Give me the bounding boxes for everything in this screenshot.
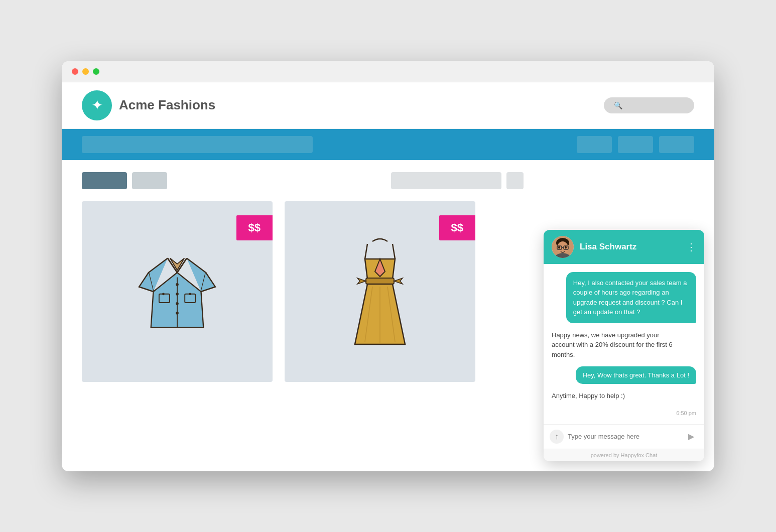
chat-message-3: Hey, Wow thats great. Thanks a Lot ! <box>576 366 696 384</box>
nav-button-1[interactable] <box>577 136 612 153</box>
agent-avatar <box>552 236 574 258</box>
site-title: Acme Fashions <box>119 97 215 113</box>
send-button[interactable]: ▶ <box>684 430 698 444</box>
dress-svg <box>340 234 420 349</box>
logo-icon: ✦ <box>91 97 103 113</box>
header-search[interactable]: 🔍 <box>604 97 694 113</box>
logo-area: ✦ Acme Fashions <box>82 90 215 120</box>
svg-point-20 <box>565 246 567 248</box>
product-card-dress[interactable]: $$ <box>285 201 475 382</box>
filter-btn-light[interactable] <box>132 172 167 189</box>
avatar-svg <box>552 236 574 258</box>
product-card-shirt[interactable]: $$ <box>82 201 273 382</box>
sort-area <box>391 172 524 189</box>
filter-btn-dark[interactable] <box>82 172 127 189</box>
chat-powered-by: powered by Happyfox Chat <box>591 452 658 458</box>
svg-point-4 <box>176 311 179 314</box>
agent-name: Lisa Schwartz <box>580 242 680 252</box>
logo-circle: ✦ <box>82 90 112 120</box>
nav-button-2[interactable] <box>618 136 653 153</box>
nav-buttons <box>577 136 694 153</box>
chat-message-input[interactable] <box>568 433 680 440</box>
shirt-svg <box>130 244 225 339</box>
svg-point-1 <box>176 283 179 286</box>
product-price-shirt: $$ <box>236 215 273 240</box>
chat-message-4: Anytime, Happy to help :) <box>552 391 682 401</box>
chat-message-1: Hey, I also contacted your sales team a … <box>566 272 696 323</box>
chat-message-2: Happy news, we have upgraded your accoun… <box>552 330 682 360</box>
site-header: ✦ Acme Fashions 🔍 <box>62 82 714 129</box>
product-price-dress: $$ <box>439 215 475 240</box>
dot-green[interactable] <box>93 68 99 75</box>
title-bar <box>62 61 714 82</box>
chat-input-area: ↑ ▶ <box>544 424 704 449</box>
svg-point-19 <box>558 246 560 248</box>
scroll-up-button[interactable]: ↑ <box>550 430 564 444</box>
chat-header: Lisa Schwartz ⋮ <box>544 230 704 264</box>
dot-yellow[interactable] <box>82 68 89 75</box>
svg-point-2 <box>176 292 179 295</box>
svg-point-6 <box>162 293 165 295</box>
dot-red[interactable] <box>72 68 78 75</box>
chat-timestamp: 6:50 pm <box>552 410 696 416</box>
svg-rect-9 <box>366 278 394 284</box>
nav-search-bar[interactable] <box>82 136 313 153</box>
sort-icon-btn[interactable] <box>506 172 524 189</box>
browser-window: ✦ Acme Fashions 🔍 <box>62 61 714 471</box>
chat-messages: Hey, I also contacted your sales team a … <box>544 264 704 424</box>
svg-point-8 <box>189 293 191 295</box>
chat-menu-icon[interactable]: ⋮ <box>686 241 696 253</box>
main-content: $$ <box>62 160 714 471</box>
svg-point-3 <box>176 302 179 305</box>
nav-bar <box>62 129 714 160</box>
nav-button-3[interactable] <box>659 136 694 153</box>
filters-row <box>82 172 694 189</box>
chat-footer: powered by Happyfox Chat <box>544 449 704 461</box>
search-icon: 🔍 <box>614 101 622 109</box>
chat-widget: Lisa Schwartz ⋮ Hey, I also contacted yo… <box>544 230 704 461</box>
sort-select[interactable] <box>391 172 501 189</box>
